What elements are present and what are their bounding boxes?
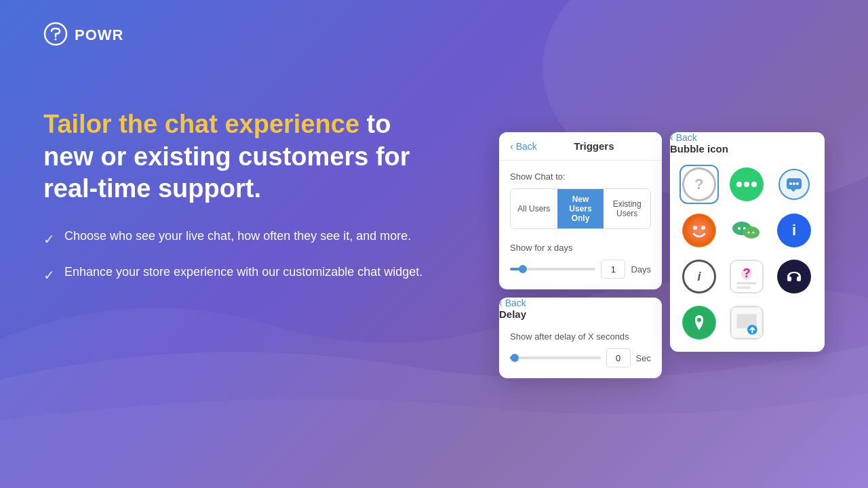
show-for-days-section: Show for x days 1 Days — [510, 243, 651, 279]
bubble-icon-green-dots[interactable] — [727, 165, 766, 204]
svg-point-21 — [778, 260, 810, 293]
feature-text-2: Enhance your store experience with our c… — [64, 263, 422, 281]
delay-value-box: 0 — [606, 348, 631, 367]
green-dots-icon — [730, 167, 764, 201]
check-icon-2: ✓ — [43, 265, 55, 285]
delay-slider-row: 0 Sec — [510, 348, 651, 367]
panels-container: ‹ Back Triggers Show Chat to: All Users … — [499, 132, 825, 378]
bubble-back-chevron: ‹ — [670, 132, 673, 143]
svg-rect-20 — [736, 287, 751, 289]
triggers-panel-header: ‹ Back Triggers — [499, 132, 662, 161]
wechat-icon — [730, 214, 764, 247]
bubble-icon-speech-bubble[interactable] — [774, 165, 814, 204]
delay-back-button[interactable]: ‹ Back — [499, 298, 662, 308]
bubble-icon-location[interactable] — [679, 303, 719, 342]
delay-back-chevron: ‹ — [499, 298, 502, 308]
svg-point-15 — [753, 232, 755, 234]
delay-panel-body: Show after delay of X seconds 0 Sec — [499, 321, 662, 378]
delay-back-label: Back — [505, 298, 526, 308]
smiley-icon — [682, 214, 716, 247]
delay-panel-title: Delay — [499, 308, 526, 320]
svg-point-4 — [789, 182, 792, 185]
svg-text:?: ? — [743, 266, 750, 280]
svg-point-2 — [55, 39, 57, 41]
info-outline-icon: i — [682, 260, 716, 293]
svg-point-14 — [748, 232, 750, 234]
bubble-icon-wechat[interactable] — [727, 211, 766, 250]
toggle-existing-users[interactable]: Existing Users — [604, 189, 650, 228]
svg-point-9 — [701, 226, 705, 230]
svg-point-6 — [796, 182, 799, 185]
days-slider-thumb[interactable] — [519, 265, 527, 273]
question-pink-icon: ? — [730, 260, 764, 293]
left-content: Tailor the chat experience to new or exi… — [43, 108, 437, 285]
upload-icon — [730, 306, 764, 340]
svg-point-7 — [683, 214, 715, 247]
days-slider-track[interactable] — [510, 268, 595, 270]
logo-icon — [43, 22, 68, 49]
bubble-icon-question-pink[interactable]: ? — [727, 257, 766, 296]
bubble-icon-grid: ? — [670, 155, 825, 352]
headline-highlight: Tailor the chat experience — [43, 110, 359, 138]
triggers-panel: ‹ Back Triggers Show Chat to: All Users … — [499, 132, 662, 289]
bubble-icon-smiley[interactable] — [679, 211, 719, 250]
svg-point-13 — [743, 226, 760, 239]
delay-unit-label: Sec — [636, 353, 651, 363]
bubble-icon-upload[interactable] — [727, 303, 766, 342]
bubble-back-label: Back — [676, 132, 697, 143]
brand-name: POWR — [75, 26, 123, 44]
speech-bubble-icon — [777, 167, 811, 201]
show-for-label: Show for x days — [510, 243, 651, 253]
svg-point-8 — [693, 226, 697, 230]
bubble-icon-question-outline[interactable]: ? — [679, 165, 719, 204]
svg-point-11 — [738, 227, 741, 230]
svg-point-5 — [793, 182, 795, 185]
feature-item-1: ✓ Choose who see your live chat, how oft… — [43, 227, 437, 249]
svg-rect-19 — [736, 282, 756, 284]
bubble-panel-title: Bubble icon — [670, 143, 728, 155]
bubble-icon-info-outline[interactable]: i — [679, 257, 719, 296]
location-icon — [682, 306, 716, 340]
delay-slider-track[interactable] — [510, 357, 601, 359]
days-value-box: 1 — [601, 260, 625, 279]
delay-slider-thumb[interactable] — [511, 354, 519, 362]
bubble-back-button[interactable]: ‹ Back — [670, 132, 825, 143]
toggle-new-users[interactable]: New Users Only — [557, 189, 604, 228]
delay-panel: ‹ Back Delay Show after delay of X secon… — [499, 298, 662, 378]
triggers-panel-title: Triggers — [537, 140, 651, 152]
show-chat-label: Show Chat to: — [510, 171, 651, 182]
triggers-panel-body: Show Chat to: All Users New Users Only E… — [499, 161, 662, 289]
headline: Tailor the chat experience to new or exi… — [43, 108, 437, 205]
days-slider-row: 1 Days — [510, 260, 651, 279]
bubble-panel: ‹ Back Bubble icon ? — [670, 132, 825, 352]
check-icon-1: ✓ — [43, 229, 55, 249]
feature-text-1: Choose who see your live chat, how often… — [64, 227, 411, 245]
bubble-icon-headset[interactable] — [774, 257, 814, 296]
triggers-back-button[interactable]: ‹ Back — [510, 141, 537, 152]
headset-icon — [777, 260, 811, 293]
delay-panel-header: ‹ Back Delay — [499, 298, 662, 321]
question-outline-icon: ? — [682, 167, 716, 201]
bubble-icon-info-blue[interactable]: i — [774, 211, 814, 250]
triggers-back-chevron: ‹ — [510, 141, 513, 152]
trigger-sub-panels: ‹ Back Triggers Show Chat to: All Users … — [499, 132, 662, 378]
days-unit-label: Days — [631, 264, 651, 274]
triggers-back-label: Back — [516, 141, 537, 152]
header: POWR — [43, 22, 123, 49]
feature-list: ✓ Choose who see your live chat, how oft… — [43, 227, 437, 285]
feature-item-2: ✓ Enhance your store experience with our… — [43, 263, 437, 285]
toggle-all-users[interactable]: All Users — [511, 189, 557, 228]
show-chat-toggle-group: All Users New Users Only Existing Users — [510, 188, 651, 229]
show-after-label: Show after delay of X seconds — [510, 331, 651, 342]
svg-point-23 — [697, 318, 701, 322]
bubble-panel-header: ‹ Back Bubble icon — [670, 132, 825, 155]
info-blue-icon: i — [777, 214, 811, 247]
